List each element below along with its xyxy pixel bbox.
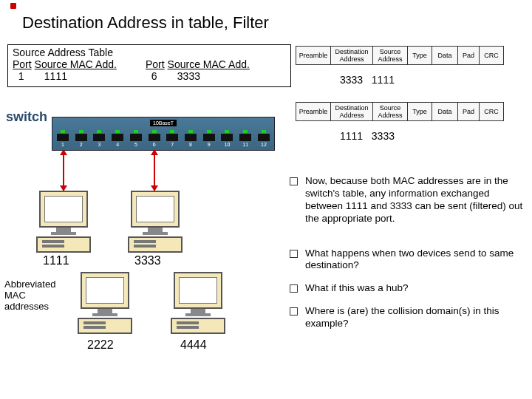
bullet-item: What if this was a hub? (290, 282, 525, 295)
switch-port: 10 (219, 130, 234, 147)
pc-2222 (75, 272, 134, 334)
switch-port: 4 (110, 130, 125, 147)
bullet-square-icon (290, 177, 298, 185)
link-arrow (154, 150, 155, 191)
bullet-marker (10, 3, 16, 9)
frame-hdr: Pad (458, 103, 480, 121)
bullet-item: Where is (are) the collision domain(s) i… (290, 305, 525, 330)
pc-label: 2222 (87, 338, 114, 352)
switch-port: 2 (74, 130, 89, 147)
frame-bot-sa: 3333 (372, 130, 395, 142)
bullet-item: Now, because both MAC addresses are in t… (290, 175, 525, 225)
frame-hdr: Type (408, 47, 432, 65)
switch-port: 3 (92, 130, 106, 147)
switch-port: 7 (165, 130, 180, 147)
switch-port: 9 (202, 130, 216, 147)
pc-1111 (34, 191, 93, 253)
abbrev-note: AbbreviatedMACaddresses (4, 279, 55, 313)
frame-hdr: Data (432, 103, 458, 121)
pc-3333 (126, 191, 185, 253)
sat-port-hdr2: Port (146, 58, 165, 70)
sat-row: 6 3333 (146, 70, 279, 82)
sat-title: Source Address Table (13, 47, 286, 58)
slide-title: Destination Address in table, Filter (22, 13, 269, 33)
frame-hdr: DestinationAddress (331, 47, 373, 65)
bullet-list: Now, because both MAC addresses are in t… (290, 175, 525, 341)
source-address-table: Source Address Table Port Source MAC Add… (7, 44, 291, 87)
frame-hdr: CRC (480, 47, 504, 65)
pc-4444 (168, 272, 228, 334)
switch-port: 8 (183, 130, 198, 147)
sat-port-hdr: Port (13, 58, 32, 70)
frame-hdr: DestinationAddress (331, 103, 373, 121)
switch-port: 12 (256, 130, 271, 147)
frame-hdr: SourceAddress (373, 47, 408, 65)
pc-label: 3333 (134, 254, 161, 267)
frame-hdr: Pad (458, 47, 480, 65)
sat-row: 1 1111 (13, 70, 146, 82)
bullet-square-icon (290, 307, 298, 316)
sat-mac-hdr2: Source MAC Add. (168, 58, 250, 70)
frame-top-da: 3333 (340, 74, 363, 86)
frame-hdr: Preamble (296, 103, 331, 121)
link-arrow (63, 150, 64, 191)
switch-ports: 1 2 3 4 5 6 7 8 9 10 11 12 (55, 130, 271, 147)
switch-port: 5 (129, 130, 143, 147)
bullet-square-icon (290, 284, 298, 293)
ethernet-frame-top: Preamble DestinationAddress SourceAddres… (296, 46, 504, 65)
frame-hdr: Type (408, 103, 432, 121)
network-switch: 10BaseT 1 2 3 4 5 6 7 8 9 10 11 12 (52, 117, 275, 151)
sat-mac-hdr: Source MAC Add. (35, 58, 117, 70)
switch-port: 11 (238, 130, 253, 147)
switch-bar-label: 10BaseT (150, 120, 177, 126)
frame-hdr: SourceAddress (373, 103, 408, 121)
pc-label: 1111 (43, 254, 69, 267)
frame-hdr: CRC (480, 103, 504, 121)
frame-bot-da: 1111 (340, 130, 363, 142)
frame-hdr: Preamble (296, 47, 331, 65)
frame-hdr: Data (432, 47, 458, 65)
bullet-square-icon (290, 250, 298, 258)
switch-port: 1 (55, 130, 70, 147)
pc-label: 4444 (180, 338, 207, 352)
bullet-item: What happens when two devices send to sa… (290, 248, 525, 273)
switch-label: switch (6, 109, 47, 125)
switch-port: 6 (147, 130, 162, 147)
frame-top-sa: 1111 (372, 74, 395, 86)
ethernet-frame-bottom: Preamble DestinationAddress SourceAddres… (296, 102, 504, 121)
